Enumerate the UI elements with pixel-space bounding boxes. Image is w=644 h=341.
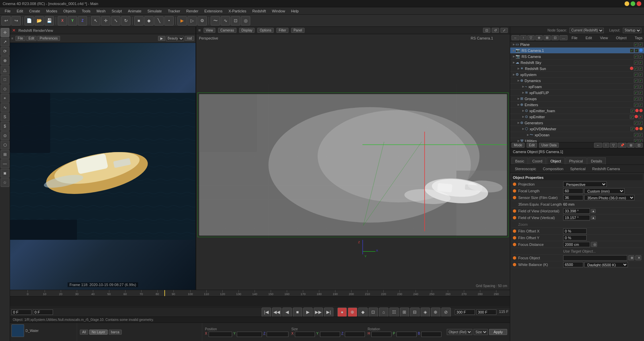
rot-z[interactable]: -90° <box>421 332 441 337</box>
sensor-circle[interactable] <box>513 196 516 199</box>
timeline-icon3[interactable]: ☷ <box>389 308 399 317</box>
subtab-spherical[interactable]: Spherical <box>567 166 589 172</box>
prev-frame[interactable]: ◀◀ <box>272 308 281 317</box>
move-tool[interactable]: ✛ <box>101 16 110 25</box>
edit-btn[interactable]: Edit <box>527 143 537 148</box>
maximize-button[interactable] <box>631 1 635 6</box>
fovh-input[interactable] <box>563 208 590 214</box>
rotate-x[interactable]: X <box>58 16 67 25</box>
timeline-icon6[interactable]: ◈ <box>421 308 430 317</box>
user-data-btn[interactable]: User Data <box>539 143 559 148</box>
props-pin-btn[interactable]: 📌 <box>618 143 627 148</box>
pos-y[interactable]: 563.065 cm <box>237 332 262 337</box>
close-button[interactable] <box>637 1 641 6</box>
menu-item-tools[interactable]: Tools <box>79 8 93 14</box>
cameras-menu[interactable]: Cameras <box>218 28 236 33</box>
fovh-circle[interactable] <box>513 209 516 213</box>
frame-end1-input[interactable]: 300 F <box>455 310 475 315</box>
scale-tool[interactable]: ⤡ <box>111 16 120 25</box>
titlebar-controls[interactable] <box>625 1 641 6</box>
layer-all[interactable]: All <box>80 330 88 335</box>
timeline-icon5[interactable]: ⊟ <box>410 308 420 317</box>
menu-item-extensions[interactable]: Extensions <box>202 8 225 14</box>
tree-item-3[interactable]: ▶📷RS Camera✓✓ <box>510 54 644 60</box>
left-tool-1[interactable]: ✛ <box>1 28 9 37</box>
left-tool-3[interactable]: ⟳ <box>1 47 9 56</box>
tree-item-16[interactable]: ▶〜xpOcean✓✓ <box>510 132 644 138</box>
point-mode[interactable]: • <box>164 16 174 25</box>
left-tool-5[interactable]: △ <box>1 66 9 74</box>
menu-item-modes[interactable]: Modes <box>44 8 60 14</box>
display-menu[interactable]: Display <box>239 28 255 33</box>
rph-icon-2[interactable]: ↑ <box>520 35 527 40</box>
fovv-spinner-up[interactable]: ▲ <box>591 216 596 220</box>
sensor-input[interactable] <box>563 195 583 200</box>
rv-beauty-select[interactable]: Beauty <box>166 36 184 41</box>
goto-end[interactable]: ▶| <box>324 308 333 317</box>
left-tool-8[interactable]: ⌖ <box>1 94 9 103</box>
left-tool-11[interactable]: $ <box>1 122 9 131</box>
props-filter-btn[interactable]: ▽ <box>610 143 617 148</box>
menu-item-redshift[interactable]: Redshift <box>250 8 268 14</box>
tree-item-12[interactable]: ▶⊙xpEmitter_foam✓ <box>510 108 644 114</box>
play-backward[interactable]: ◀ <box>282 308 292 317</box>
frame-field-input[interactable]: 0 F <box>33 310 53 315</box>
rv-preferences[interactable]: Preferences <box>37 36 60 41</box>
props-up-btn[interactable]: ↑ <box>603 143 609 148</box>
select-tool[interactable]: ↖ <box>91 16 100 25</box>
rot-x[interactable]: 0° <box>371 332 391 337</box>
menu-item-help[interactable]: Help <box>288 8 302 14</box>
tree-item-6[interactable]: ▶⚙xpSystem✓✓ <box>510 72 644 78</box>
rph-icon-4[interactable]: ⊕ <box>535 35 543 40</box>
tree-item-8[interactable]: ▶~xpFoam✓✓ <box>510 84 644 90</box>
left-tool-9[interactable]: ∿ <box>1 103 9 112</box>
layout-select[interactable]: Startup <box>623 28 641 33</box>
left-tool-15[interactable]: — <box>1 159 9 168</box>
goto-start[interactable]: |◀ <box>262 308 271 317</box>
layer-no-layer[interactable]: No Layer <box>89 330 108 335</box>
menu-item-render[interactable]: Render <box>183 8 201 14</box>
size-z[interactable]: 0 cm <box>345 332 365 337</box>
frame-end2-input[interactable]: 300 F <box>476 310 496 315</box>
spline-tool[interactable]: 〜 <box>211 16 220 25</box>
wb-input[interactable] <box>563 262 583 267</box>
model-mode[interactable]: ■ <box>134 16 144 25</box>
viewport-icon-1[interactable]: ⊡ <box>483 28 490 33</box>
focusdist-circle[interactable] <box>513 243 516 246</box>
layer-barca[interactable]: barca <box>109 330 122 335</box>
menu-item-mesh[interactable]: Mesh <box>94 8 108 14</box>
size-y[interactable]: 0 cm <box>320 332 340 337</box>
focusobj-circle[interactable] <box>513 256 516 260</box>
timeline-icon2[interactable]: ⌂ <box>379 308 388 317</box>
fovv-input[interactable] <box>563 215 590 220</box>
menu-item-x-particles[interactable]: X-Particles <box>226 8 249 14</box>
filmx-input[interactable] <box>563 228 587 234</box>
view-menu[interactable]: View <box>204 28 216 33</box>
minimize-button[interactable] <box>625 1 629 6</box>
tree-item-4[interactable]: ▶☁Redshift Sky✓✓ <box>510 60 644 66</box>
menu-item-create[interactable]: Create <box>26 8 43 14</box>
tree-item-2[interactable]: ▶📷RS Camera.1✓✓ <box>510 48 644 54</box>
focusobj-input[interactable] <box>563 255 627 261</box>
record-btn[interactable]: ● <box>337 308 347 317</box>
subtab-stereoscopic[interactable]: Stereoscopic <box>512 166 540 172</box>
tab-basic[interactable]: Basic <box>512 157 528 164</box>
coord-type-select[interactable]: Size <box>474 329 488 335</box>
left-tool-13[interactable]: ⬡ <box>1 141 9 149</box>
rph-tab-object[interactable]: Object <box>613 35 629 41</box>
render-view-canvas[interactable]: Frame 118: 2020-10-15 09:08:27 (6.99s) <box>10 43 196 290</box>
projection-select[interactable]: Perspective <box>563 182 607 187</box>
fovv-circle[interactable] <box>513 216 516 219</box>
focal-dropdown[interactable]: Custom (mm) <box>584 188 625 194</box>
open-button[interactable]: 📂 <box>35 16 44 25</box>
poly-mode[interactable]: ◆ <box>144 16 154 25</box>
left-tool-2[interactable]: ↗ <box>1 38 9 46</box>
pos-z[interactable]: 21.49 cm <box>267 332 288 337</box>
edge-mode[interactable]: ╲ <box>154 16 164 25</box>
generator-tool[interactable]: ◎ <box>241 16 250 25</box>
menu-item-tracker[interactable]: Tracker <box>165 8 183 14</box>
fovh-spinner-up[interactable]: ▲ <box>591 209 596 213</box>
rph-icon-6[interactable]: ⊡ <box>551 35 559 40</box>
left-tool-6[interactable]: □ <box>1 75 9 84</box>
tree-item-17[interactable]: ▶⚒Utilities✓✓ <box>510 138 644 142</box>
